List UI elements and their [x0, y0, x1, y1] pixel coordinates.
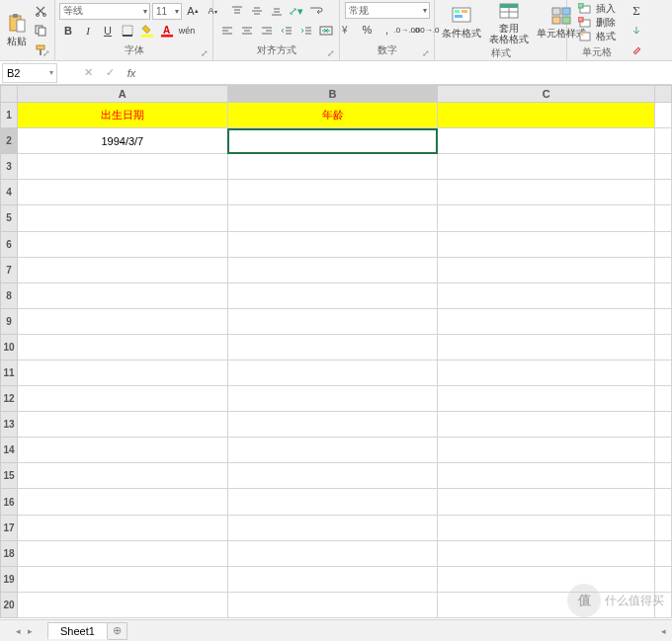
cell[interactable]: [655, 540, 672, 566]
cell[interactable]: [17, 205, 227, 231]
cell[interactable]: [17, 515, 227, 540]
format-as-table-button[interactable]: 套用 表格格式: [486, 2, 532, 44]
row-header[interactable]: 20: [1, 592, 18, 617]
underline-button[interactable]: U: [99, 22, 117, 40]
enter-formula-button[interactable]: ✓: [99, 63, 121, 83]
cell[interactable]: [17, 334, 227, 360]
cell[interactable]: [227, 361, 438, 386]
row-header[interactable]: 17: [1, 515, 18, 540]
cell[interactable]: [655, 128, 672, 154]
col-header[interactable]: C: [438, 86, 655, 103]
cell[interactable]: [438, 334, 655, 360]
cell[interactable]: [17, 282, 227, 308]
cell[interactable]: [227, 566, 438, 592]
conditional-format-button[interactable]: 条件格式: [439, 6, 484, 40]
cell[interactable]: [17, 412, 227, 438]
fx-button[interactable]: fx: [121, 63, 142, 83]
cell[interactable]: [655, 412, 672, 438]
bold-button[interactable]: B: [59, 22, 77, 40]
cell[interactable]: [227, 540, 438, 566]
align-bottom-button[interactable]: [268, 2, 286, 20]
alignment-launcher-icon[interactable]: ⤢: [325, 48, 337, 58]
cell[interactable]: [438, 361, 655, 386]
cell[interactable]: [655, 438, 672, 463]
cell[interactable]: [227, 463, 438, 489]
decrease-decimal-button[interactable]: .00→.0: [418, 21, 436, 39]
select-all-corner[interactable]: [1, 86, 18, 103]
font-size-select[interactable]: 11: [152, 3, 182, 20]
delete-cells-button[interactable]: 删除: [578, 16, 616, 30]
clipboard-launcher-icon[interactable]: ⤢: [41, 48, 52, 58]
tab-nav-last-button[interactable]: ▸: [24, 624, 36, 638]
row-header[interactable]: 13: [1, 412, 18, 438]
row-header[interactable]: 5: [1, 205, 18, 231]
row-header[interactable]: 2: [1, 128, 18, 154]
format-cells-button[interactable]: 格式: [578, 30, 616, 43]
cell[interactable]: [227, 180, 438, 205]
cell[interactable]: [438, 412, 655, 438]
align-right-button[interactable]: [258, 22, 276, 40]
cell[interactable]: [438, 282, 655, 308]
increase-indent-button[interactable]: [297, 22, 315, 40]
cell[interactable]: [655, 180, 672, 205]
cell[interactable]: [227, 154, 438, 180]
cell[interactable]: 年龄: [227, 103, 438, 128]
new-sheet-button[interactable]: ⊕: [108, 622, 127, 640]
align-middle-button[interactable]: [248, 2, 266, 20]
autosum-button[interactable]: Σ: [628, 2, 645, 20]
insert-cells-button[interactable]: 插入: [578, 2, 616, 16]
cell[interactable]: [655, 231, 672, 257]
row-header[interactable]: 18: [1, 540, 18, 566]
border-button[interactable]: [119, 22, 136, 40]
cell[interactable]: [438, 103, 655, 128]
cell[interactable]: [438, 154, 655, 180]
cell[interactable]: [17, 231, 227, 257]
cell[interactable]: [438, 463, 655, 489]
font-name-select[interactable]: 等线: [59, 3, 150, 20]
align-center-button[interactable]: [238, 22, 256, 40]
sheet-tab[interactable]: Sheet1: [47, 622, 108, 639]
row-header[interactable]: 3: [1, 154, 18, 180]
row-header[interactable]: 7: [1, 257, 18, 282]
cell[interactable]: [17, 308, 227, 334]
phonetic-button[interactable]: wén: [178, 22, 196, 40]
cell[interactable]: [438, 489, 655, 515]
cell[interactable]: [227, 592, 438, 617]
cell[interactable]: [227, 489, 438, 515]
cell[interactable]: [438, 205, 655, 231]
cell[interactable]: [17, 386, 227, 412]
grow-font-button[interactable]: A▴: [184, 2, 202, 20]
cancel-formula-button[interactable]: ✕: [77, 63, 99, 83]
row-header[interactable]: 11: [1, 361, 18, 386]
row-header[interactable]: 9: [1, 308, 18, 334]
cell[interactable]: [655, 334, 672, 360]
cell[interactable]: [227, 205, 438, 231]
row-header[interactable]: 15: [1, 463, 18, 489]
cell[interactable]: [655, 515, 672, 540]
cell[interactable]: [17, 566, 227, 592]
percent-button[interactable]: %: [359, 21, 377, 39]
row-header[interactable]: 10: [1, 334, 18, 360]
row-header[interactable]: 14: [1, 438, 18, 463]
cell[interactable]: [655, 463, 672, 489]
cell[interactable]: [438, 231, 655, 257]
cell[interactable]: [438, 515, 655, 540]
decrease-indent-button[interactable]: [278, 22, 295, 40]
cell[interactable]: 1994/3/7: [17, 128, 227, 154]
cell[interactable]: [438, 438, 655, 463]
paste-button[interactable]: 粘贴: [4, 14, 30, 48]
cell[interactable]: [227, 282, 438, 308]
orientation-button[interactable]: ⤢▾: [288, 2, 305, 20]
cell[interactable]: [227, 231, 438, 257]
cell[interactable]: [438, 180, 655, 205]
cell[interactable]: [17, 592, 227, 617]
fill-button[interactable]: [628, 22, 645, 40]
align-top-button[interactable]: [228, 2, 246, 20]
cell[interactable]: [17, 257, 227, 282]
fill-color-button[interactable]: [138, 22, 156, 40]
cell[interactable]: [438, 308, 655, 334]
cell[interactable]: [17, 438, 227, 463]
row-header[interactable]: 8: [1, 282, 18, 308]
cell[interactable]: [227, 412, 438, 438]
cell[interactable]: [655, 489, 672, 515]
